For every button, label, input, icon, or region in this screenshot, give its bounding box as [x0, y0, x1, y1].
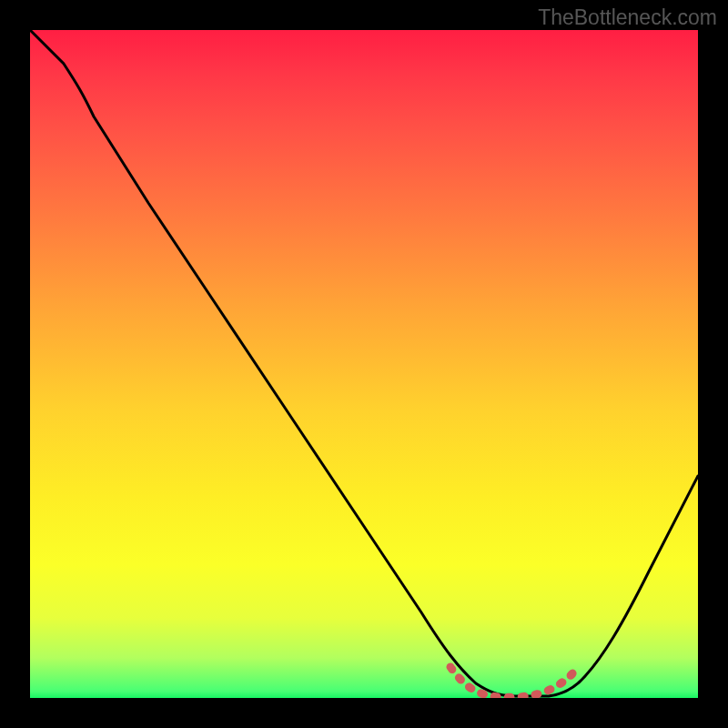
watermark-text: TheBottleneck.com [538, 5, 717, 30]
main-curve-path [30, 30, 698, 696]
plot-area [30, 30, 698, 698]
chart-svg [30, 30, 698, 698]
